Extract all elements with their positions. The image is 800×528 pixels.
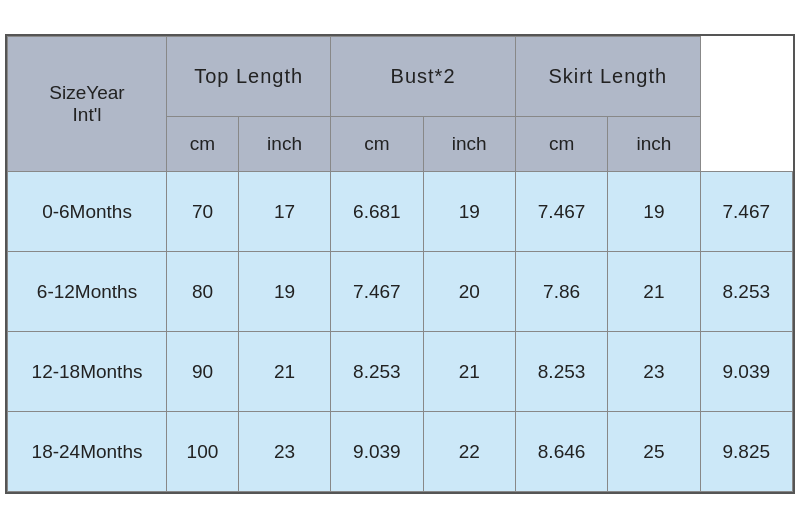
sl-inch: 9.039: [700, 332, 792, 412]
sl-cm: 25: [608, 412, 700, 492]
sl-inch: 8.253: [700, 252, 792, 332]
sl-cm: 23: [608, 332, 700, 412]
tl-inch: 7.467: [331, 252, 423, 332]
unit-tl-inch: inch: [238, 117, 330, 172]
unit-b-inch: inch: [423, 117, 515, 172]
header-toplength: Top Length: [167, 37, 331, 117]
b-cm: 21: [423, 332, 515, 412]
size-chart-wrapper: SizeYear Int'l Top Length Bust*2 Skirt L…: [5, 34, 795, 494]
size-label: 12-18Months: [8, 332, 167, 412]
intl-value: 90: [167, 332, 239, 412]
b-cm: 19: [423, 172, 515, 252]
intl-value: 80: [167, 252, 239, 332]
unit-tl-cm: cm: [167, 117, 239, 172]
header-skirtlength: Skirt Length: [515, 37, 700, 117]
size-label: 18-24Months: [8, 412, 167, 492]
tl-cm: 17: [238, 172, 330, 252]
table-row: 12-18Months 90 21 8.253 21 8.253 23 9.03…: [8, 332, 793, 412]
tl-inch: 8.253: [331, 332, 423, 412]
tl-cm: 19: [238, 252, 330, 332]
tl-cm: 23: [238, 412, 330, 492]
tl-inch: 6.681: [331, 172, 423, 252]
size-chart-table: SizeYear Int'l Top Length Bust*2 Skirt L…: [7, 36, 793, 492]
size-label: 6-12Months: [8, 252, 167, 332]
unit-sl-inch: inch: [608, 117, 700, 172]
header-bust: Bust*2: [331, 37, 516, 117]
table-row: 18-24Months 100 23 9.039 22 8.646 25 9.8…: [8, 412, 793, 492]
tl-cm: 21: [238, 332, 330, 412]
header-row-1: SizeYear Int'l Top Length Bust*2 Skirt L…: [8, 37, 793, 117]
b-cm: 22: [423, 412, 515, 492]
sl-inch: 7.467: [700, 172, 792, 252]
b-inch: 7.86: [515, 252, 607, 332]
intl-value: 70: [167, 172, 239, 252]
table-row: 6-12Months 80 19 7.467 20 7.86 21 8.253: [8, 252, 793, 332]
header-sizeyear: SizeYear Int'l: [8, 37, 167, 172]
b-inch: 8.253: [515, 332, 607, 412]
intl-value: 100: [167, 412, 239, 492]
unit-b-cm: cm: [331, 117, 423, 172]
b-inch: 8.646: [515, 412, 607, 492]
size-label: 0-6Months: [8, 172, 167, 252]
b-inch: 7.467: [515, 172, 607, 252]
b-cm: 20: [423, 252, 515, 332]
sl-cm: 19: [608, 172, 700, 252]
table-row: 0-6Months 70 17 6.681 19 7.467 19 7.467: [8, 172, 793, 252]
sl-inch: 9.825: [700, 412, 792, 492]
tl-inch: 9.039: [331, 412, 423, 492]
sl-cm: 21: [608, 252, 700, 332]
unit-sl-cm: cm: [515, 117, 607, 172]
